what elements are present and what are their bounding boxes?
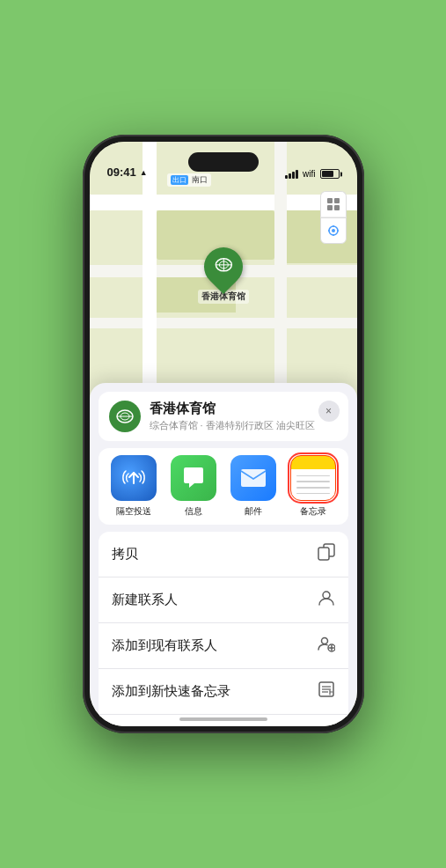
share-item-mail[interactable]: 邮件: [227, 455, 280, 518]
airdrop-icon: [111, 455, 157, 501]
status-time: 09:41 ▲: [107, 166, 148, 179]
phone-screen: 09:41 ▲ wifi: [90, 142, 357, 726]
action-list: 拷贝 新建联系人: [99, 532, 348, 726]
time-display: 09:41: [107, 166, 136, 179]
action-item-add-contact[interactable]: 添加到现有联系人: [99, 623, 348, 669]
stadium-marker[interactable]: 香港体育馆: [198, 247, 249, 304]
svg-rect-3: [334, 205, 340, 210]
action-label-new-contact: 新建联系人: [112, 592, 178, 608]
home-indicator: [179, 717, 267, 721]
map-controls: [320, 191, 347, 244]
battery-icon: [320, 169, 340, 179]
messages-icon: [171, 455, 216, 501]
action-label-quick-note: 添加到新快速备忘录: [112, 683, 230, 700]
airdrop-label: 隔空投送: [116, 505, 151, 518]
mail-label: 邮件: [245, 505, 262, 518]
svg-point-23: [323, 592, 330, 599]
messages-label: 信息: [185, 505, 202, 518]
venue-icon: [109, 401, 141, 432]
action-label-copy: 拷贝: [112, 546, 138, 563]
close-button[interactable]: ×: [318, 401, 340, 422]
action-label-add-contact: 添加到现有联系人: [112, 637, 217, 654]
svg-rect-0: [327, 198, 333, 203]
venue-name: 香港体育馆: [150, 401, 338, 417]
action-item-quick-note[interactable]: 添加到新快速备忘录: [99, 669, 348, 715]
phone-frame: 09:41 ▲ wifi: [83, 135, 364, 733]
share-item-notes[interactable]: 备忘录: [287, 455, 340, 518]
share-item-airdrop[interactable]: 隔空投送: [107, 455, 160, 518]
copy-icon: [318, 543, 335, 565]
svg-rect-22: [318, 548, 329, 560]
location-arrow-icon: ▲: [140, 168, 148, 177]
wifi-icon: wifi: [303, 169, 315, 179]
notes-label: 备忘录: [300, 505, 326, 518]
quick-note-icon: [318, 680, 335, 702]
svg-point-24: [321, 638, 327, 644]
map-type-button[interactable]: [320, 191, 347, 217]
dynamic-island: [188, 152, 259, 172]
venue-info: 香港体育馆 综合体育馆 · 香港特别行政区 油尖旺区: [150, 401, 338, 432]
notes-icon: [290, 455, 336, 501]
share-row: 隔空投送 信息: [99, 448, 348, 525]
svg-rect-1: [334, 198, 340, 203]
share-item-more[interactable]: 推: [347, 455, 348, 518]
bottom-sheet: 香港体育馆 综合体育馆 · 香港特别行政区 油尖旺区 ×: [90, 383, 357, 726]
signal-bars-icon: [285, 170, 298, 179]
action-item-new-contact[interactable]: 新建联系人: [99, 577, 348, 623]
new-contact-icon: [318, 589, 335, 611]
add-contact-icon: [318, 635, 335, 657]
mail-icon: [230, 455, 276, 501]
venue-desc: 综合体育馆 · 香港特别行政区 油尖旺区: [150, 419, 338, 432]
location-button[interactable]: [320, 217, 347, 244]
venue-card: 香港体育馆 综合体育馆 · 香港特别行政区 油尖旺区 ×: [99, 392, 348, 441]
share-item-messages[interactable]: 信息: [167, 455, 220, 518]
map-road: [90, 318, 357, 328]
map-road: [90, 195, 357, 210]
svg-rect-2: [327, 205, 333, 210]
svg-rect-17: [241, 469, 266, 487]
action-item-copy[interactable]: 拷贝: [99, 532, 348, 577]
svg-point-5: [332, 229, 335, 232]
status-icons: wifi: [285, 169, 339, 179]
stadium-pin: [195, 239, 250, 294]
